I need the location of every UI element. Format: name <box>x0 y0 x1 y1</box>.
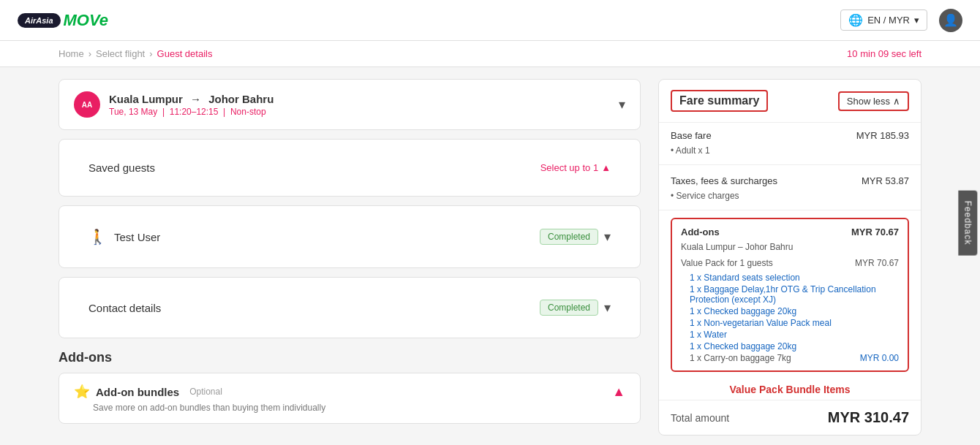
contact-status-row: Completed ▾ <box>540 300 611 316</box>
service-charges-label: • Service charges <box>671 191 739 201</box>
value-pack-label: Value Pack for 1 guests <box>681 258 773 268</box>
header-right: 🌐 EN / MYR ▾ 👤 <box>840 9 962 32</box>
adult-label: • Adult x 1 <box>671 145 710 156</box>
star-icon: ⭐ <box>74 384 90 400</box>
logo: AirAsia MOVe <box>18 11 108 30</box>
addons-section-fare: Add-ons MYR 70.67 Kuala Lumpur – Johor B… <box>659 213 921 372</box>
total-value: MYR 310.47 <box>828 409 909 426</box>
addons-box: Add-ons MYR 70.67 Kuala Lumpur – Johor B… <box>671 218 909 372</box>
breadcrumb-sep-1: › <box>88 48 91 59</box>
addon-item-4: 1 x Non-vegetarian Value Pack meal <box>690 318 899 328</box>
fare-divider-2 <box>659 210 921 210</box>
addon-item-1: 1 x Standard seats selection <box>690 273 899 283</box>
show-less-button[interactable]: Show less ∧ <box>838 91 909 111</box>
contact-completed-badge: Completed <box>540 300 598 316</box>
select-up-button[interactable]: Select up to 1 ▲ <box>540 162 611 173</box>
breadcrumb-bar: Home › Select flight › Guest details 10 … <box>0 41 980 67</box>
addon-bundles-card: ⭐ Add-on bundles Optional ▲ Save more on… <box>59 373 641 424</box>
flight-card-chevron[interactable]: ▾ <box>619 96 625 113</box>
addon-item-2: 1 x Baggage Delay,1hr OTG & Trip Cancell… <box>690 284 899 305</box>
flight-route: Kuala Lumpur → Johor Bahru <box>109 93 274 105</box>
contact-chevron[interactable]: ▾ <box>604 300 611 316</box>
total-label: Total amount <box>671 412 729 424</box>
taxes-row: Taxes, fees & surcharges MYR 53.87 <box>659 168 921 189</box>
breadcrumb-guest-details: Guest details <box>157 48 213 59</box>
addon-item-6: 1 x Checked baggage 20kg <box>690 341 899 351</box>
fare-summary-card: Fare summary Show less ∧ Base fare MYR 1… <box>658 79 921 436</box>
flight-type: Non-stop <box>230 107 266 117</box>
addons-box-title: Add-ons <box>681 227 720 237</box>
base-fare-value: MYR 185.93 <box>856 130 909 141</box>
breadcrumb: Home › Select flight › Guest details <box>59 48 212 59</box>
flight-card-inner: AA Kuala Lumpur → Johor Bahru Tue, 13 Ma… <box>74 91 625 118</box>
flight-to: Johor Bahru <box>208 93 274 105</box>
addon-bundles-left: ⭐ Add-on bundles Optional <box>74 384 222 400</box>
airasia-text: AirAsia <box>25 16 53 25</box>
fare-divider-1 <box>659 164 921 165</box>
carry-on-row: 1 x Carry-on baggage 7kg MYR 0.00 <box>681 353 899 363</box>
move-text: MOVe <box>64 11 109 30</box>
guest-left: 🚶 Test User <box>88 228 160 246</box>
flight-arrow: → <box>190 93 201 105</box>
main-layout: AA Kuala Lumpur → Johor Bahru Tue, 13 Ma… <box>0 67 980 445</box>
contact-label: Contact details <box>88 302 161 314</box>
value-pack-price: MYR 70.67 <box>855 258 899 268</box>
taxes-value: MYR 53.87 <box>862 175 909 186</box>
fare-summary-title: Fare summary <box>671 90 768 112</box>
addon-bundles-name: Add-on bundles <box>96 386 179 398</box>
guest-card-inner: 🚶 Test User Completed ▾ <box>74 218 625 256</box>
addons-box-value: MYR 70.67 <box>851 227 899 237</box>
feedback-button[interactable]: Feedback <box>959 190 978 255</box>
fare-summary-header: Fare summary Show less ∧ <box>659 80 921 123</box>
language-label: EN / MYR <box>867 15 910 26</box>
addon-item-5: 1 x Water <box>690 330 899 340</box>
carry-on-label: 1 x Carry-on baggage 7kg <box>690 353 791 363</box>
contact-card: Contact details Completed ▾ <box>59 277 641 338</box>
flight-date: Tue, 13 May <box>109 107 157 117</box>
timer: 10 min 09 sec left <box>847 48 921 59</box>
language-selector[interactable]: 🌐 EN / MYR ▾ <box>840 9 927 31</box>
guest-status-text: Completed <box>548 232 590 242</box>
addon-item-3: 1 x Checked baggage 20kg <box>690 306 899 316</box>
user-avatar-icon: 👤 <box>943 13 958 27</box>
guest-status-row: Completed ▾ <box>540 229 611 245</box>
chevron-down-icon: ▾ <box>914 15 919 26</box>
addon-bundles-header: ⭐ Add-on bundles Optional ▲ <box>74 384 625 400</box>
globe-icon: 🌐 <box>848 13 863 27</box>
right-column: Fare summary Show less ∧ Base fare MYR 1… <box>658 79 921 436</box>
flight-info: Kuala Lumpur → Johor Bahru Tue, 13 May |… <box>109 93 274 117</box>
show-less-chevron: ∧ <box>893 96 900 107</box>
select-up-chevron: ▲ <box>601 162 611 173</box>
guest-chevron[interactable]: ▾ <box>604 229 611 245</box>
contact-status-text: Completed <box>548 303 590 313</box>
person-icon: 🚶 <box>88 228 107 246</box>
airasia-circle: AA <box>74 91 100 118</box>
flight-time: 11:20–12:15 <box>170 107 219 117</box>
addon-items-list: 1 x Standard seats selection 1 x Baggage… <box>681 273 899 351</box>
optional-badge: Optional <box>189 387 222 397</box>
total-row: Total amount MYR 310.47 <box>659 400 921 435</box>
addons-route: Kuala Lumpur – Johor Bahru <box>681 242 899 252</box>
taxes-label: Taxes, fees & surcharges <box>671 175 777 186</box>
taxes-sub: • Service charges <box>659 189 921 207</box>
flight-details: Tue, 13 May | 11:20–12:15 | Non-stop <box>109 107 274 117</box>
saved-guests-label: Saved guests <box>88 161 155 174</box>
guest-name: Test User <box>114 231 160 243</box>
value-pack-banner: Value Pack Bundle Items <box>659 379 921 400</box>
breadcrumb-sep-2: › <box>149 48 152 59</box>
flight-card-left: AA Kuala Lumpur → Johor Bahru Tue, 13 Ma… <box>74 91 274 118</box>
base-fare-row: Base fare MYR 185.93 <box>659 123 921 144</box>
addon-bundles-chevron[interactable]: ▲ <box>612 384 625 400</box>
guest-card: 🚶 Test User Completed ▾ <box>59 205 641 268</box>
breadcrumb-home[interactable]: Home <box>59 48 84 59</box>
contact-card-inner: Contact details Completed ▾ <box>74 289 625 326</box>
select-up-label: Select up to 1 <box>540 162 599 173</box>
airasia-logo: AirAsia <box>18 13 61 28</box>
saved-guests-card: Saved guests Select up to 1 ▲ <box>59 139 641 197</box>
user-icon[interactable]: 👤 <box>939 9 962 32</box>
breadcrumb-select-flight[interactable]: Select flight <box>96 48 145 59</box>
left-column: AA Kuala Lumpur → Johor Bahru Tue, 13 Ma… <box>59 79 641 436</box>
airasia-circle-text: AA <box>82 101 92 109</box>
addon-bundles-desc: Save more on add-on bundles than buying … <box>93 403 625 413</box>
flight-card: AA Kuala Lumpur → Johor Bahru Tue, 13 Ma… <box>59 79 641 130</box>
